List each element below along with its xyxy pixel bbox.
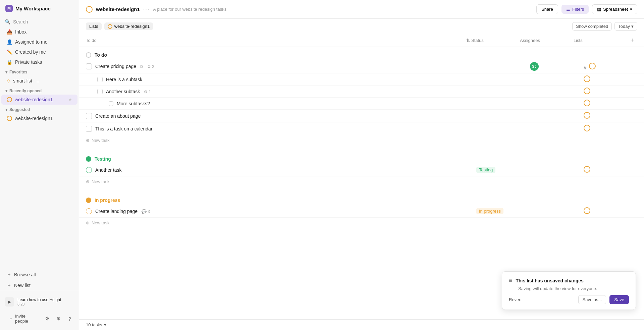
today-button[interactable]: Today ▾ — [614, 22, 637, 31]
save-button[interactable]: Save — [609, 295, 629, 304]
sidebar-item-label: Private tasks — [15, 59, 42, 65]
lock-icon: 🔒 — [7, 59, 12, 65]
recently-opened-section[interactable]: ▾ Recently opened — [0, 86, 79, 95]
group-inprogress[interactable]: In progress — [79, 192, 644, 205]
task-list — [584, 207, 637, 215]
learn-item[interactable]: ▶ Learn how to use Height 6:23 — [0, 294, 79, 310]
search-icon: 🔍 — [5, 19, 10, 24]
add-column-button[interactable]: + — [627, 37, 637, 44]
save-as-button[interactable]: Save as... — [578, 295, 606, 304]
lists-breadcrumb[interactable]: Lists — [86, 22, 102, 30]
favorites-section[interactable]: ▾ Favorites — [0, 67, 79, 76]
plus-icon: ⊕ — [86, 220, 90, 225]
chevron-down-icon: ▾ — [5, 70, 7, 74]
new-task-label: New task — [92, 138, 109, 143]
show-completed-label: Show completed — [576, 24, 608, 29]
table-row[interactable]: Create an about page — [79, 110, 644, 122]
list-icon — [584, 100, 590, 106]
help-button[interactable]: ? — [65, 314, 75, 324]
table-row[interactable]: This is a task on a calendar — [79, 122, 644, 135]
col-assignees-header: Assignees — [520, 38, 574, 43]
search-bar[interactable]: 🔍 Search — [0, 17, 79, 27]
sidebar-item-inbox[interactable]: 📥 Inbox — [1, 27, 77, 37]
new-list-icon: ＋ — [7, 282, 11, 288]
share-button[interactable]: Share — [536, 4, 558, 14]
avatar: SJ — [530, 62, 539, 71]
sidebar-item-private[interactable]: 🔒 Private tasks — [1, 57, 77, 67]
task-checkbox[interactable] — [86, 126, 92, 132]
sidebar-item-label: website-redesign1 — [15, 97, 53, 102]
col-lists-header: Lists — [574, 38, 627, 43]
task-checkbox[interactable] — [97, 77, 103, 82]
sort-icon: ⇅ — [466, 38, 470, 43]
task-checkbox[interactable] — [86, 208, 92, 214]
sidebar-item-label: Created by me — [15, 49, 46, 55]
task-checkbox[interactable] — [109, 101, 113, 106]
browse-all-label: Browse all — [14, 272, 36, 277]
table-row[interactable]: Another task Testing — [79, 164, 644, 176]
browse-icon: ＋ — [7, 272, 11, 278]
browse-all-item[interactable]: ＋ Browse all — [1, 269, 77, 280]
group-testing[interactable]: Testing — [79, 151, 644, 164]
task-list — [584, 125, 637, 132]
new-task-button[interactable]: ⊕ New task — [79, 218, 644, 228]
new-task-button[interactable]: ⊕ New task — [79, 176, 644, 187]
plus-icon: ⊕ — [86, 138, 90, 143]
show-completed-button[interactable]: Show completed — [572, 22, 612, 31]
group-todo[interactable]: To do — [79, 47, 644, 60]
task-checkbox[interactable] — [86, 63, 92, 69]
revert-button[interactable]: Revert — [509, 297, 522, 302]
star-icon: ★ — [68, 97, 72, 102]
list-icon — [584, 207, 590, 214]
col-status-label: Status — [471, 38, 484, 43]
col-task-header: To do — [86, 38, 466, 43]
task-checkbox[interactable] — [86, 113, 92, 119]
sidebar-item-created[interactable]: ✏️ Created by me — [1, 47, 77, 57]
task-name: This is a task on a calendar — [95, 126, 476, 131]
sidebar-item-website-redesign[interactable]: website-redesign1 ★ — [1, 95, 77, 105]
sidebar-item-suggested-project[interactable]: website-redesign1 — [1, 113, 77, 123]
project-icon — [7, 116, 12, 121]
table-header: To do ⇅ Status Assignees Lists + — [79, 34, 644, 47]
new-list-item[interactable]: ＋ New list — [1, 280, 77, 291]
inbox-icon: 📥 — [7, 29, 12, 35]
suggested-section[interactable]: ▾ Suggested — [0, 105, 79, 113]
group-testing-label: Testing — [95, 156, 111, 162]
todo-circle — [86, 52, 91, 58]
task-name: More subtasks? — [117, 101, 476, 106]
table-row[interactable]: More subtasks? — [79, 98, 644, 110]
new-task-button[interactable]: ⊕ New task — [79, 135, 644, 146]
invite-people-button[interactable]: ＋ Invite people — [4, 311, 42, 326]
assigned-icon: 👤 — [7, 39, 12, 45]
workspace-title: My Workspace — [15, 6, 51, 11]
task-list — [584, 112, 637, 120]
table-row[interactable]: Here is a subtask — [79, 73, 644, 86]
plus-icon: ⊕ — [86, 179, 90, 184]
task-checkbox[interactable] — [86, 167, 92, 173]
sidebar-item-assigned[interactable]: 👤 Assigned to me — [1, 37, 77, 47]
testing-circle — [86, 156, 91, 162]
chevron-down-icon[interactable]: ▾ — [104, 322, 106, 327]
table-row[interactable]: Another subtask ⚙ 1 — [79, 86, 644, 98]
invite-label: Invite people — [15, 314, 37, 324]
sidebar-item-label: Inbox — [15, 29, 26, 35]
task-name: Create landing page 💬 3 — [95, 209, 476, 214]
more-options-button[interactable]: ··· — [143, 6, 150, 12]
list-icon — [584, 166, 590, 173]
table-row[interactable]: Create pricing page ⧉ ⚙ 3 SJ # — [79, 60, 644, 73]
smart-list-item[interactable]: ◇ smart-list ⚌ — [1, 76, 77, 86]
table-row[interactable]: Create landing page 💬 3 In progress — [79, 205, 644, 218]
learn-title: Learn how to use Height — [17, 297, 61, 302]
add-button[interactable]: ⊕ — [53, 314, 63, 324]
workspace-header[interactable]: M My Workspace — [0, 0, 79, 17]
spreadsheet-label: Spreadsheet — [603, 7, 628, 12]
col-status-header[interactable]: ⇅ Status — [466, 38, 520, 43]
task-name: Create pricing page ⧉ ⚙ 3 — [95, 64, 476, 69]
filters-button[interactable]: ⚌ Filters — [561, 5, 589, 14]
settings-button[interactable]: ⚙ — [42, 314, 52, 324]
project-breadcrumb[interactable]: website-redesign1 — [104, 22, 153, 30]
task-list — [584, 100, 637, 107]
bottom-bar: 10 tasks ▾ — [79, 319, 644, 330]
task-checkbox[interactable] — [97, 89, 103, 94]
spreadsheet-button[interactable]: ▦ Spreadsheet ▾ — [592, 4, 637, 14]
